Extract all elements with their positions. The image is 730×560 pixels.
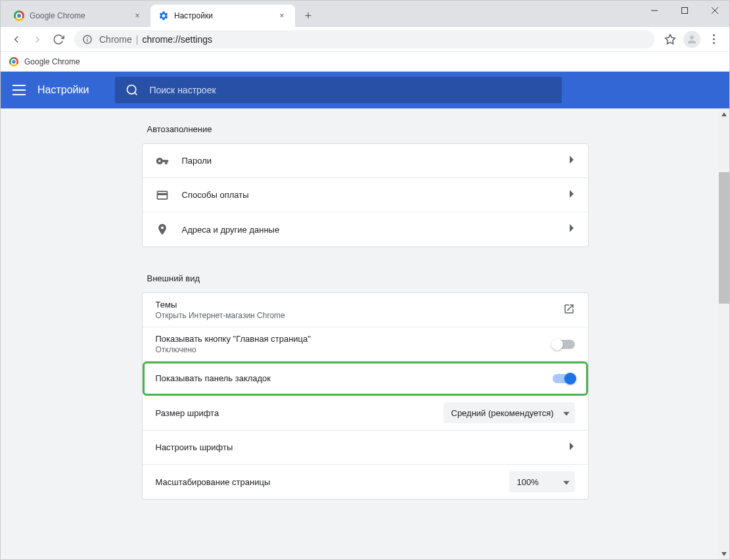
- forward-button[interactable]: [27, 29, 48, 50]
- section-title-autofill: Автозаполнение: [147, 124, 589, 134]
- settings-favicon-icon: [158, 11, 169, 21]
- font-size-row: Размер шрифта Средний (рекомендуется): [143, 396, 588, 431]
- url-text: chrome://settings: [142, 34, 212, 45]
- hamburger-menu-button[interactable]: [1, 72, 37, 108]
- dropdown-value: 100%: [517, 477, 539, 487]
- chrome-info-icon: [82, 34, 93, 45]
- url-scheme-label: Chrome: [99, 34, 132, 45]
- bookmark-google-chrome[interactable]: Google Chrome: [9, 57, 80, 67]
- chevron-right-icon: [568, 189, 575, 201]
- search-icon: [125, 83, 139, 97]
- row-label: Способы оплаты: [182, 190, 568, 200]
- tab-strip: Google Chrome × Настройки × +: [1, 1, 729, 27]
- tab-title: Настройки: [174, 11, 277, 20]
- font-size-dropdown[interactable]: Средний (рекомендуется): [444, 402, 575, 423]
- reload-button[interactable]: [48, 29, 69, 50]
- dropdown-value: Средний (рекомендуется): [451, 408, 554, 418]
- tab-google-chrome[interactable]: Google Chrome ×: [6, 5, 150, 27]
- tab-close-button[interactable]: ×: [277, 11, 287, 21]
- scroll-thumb[interactable]: [719, 172, 729, 304]
- kebab-menu-button[interactable]: [703, 29, 724, 50]
- settings-header: Настройки: [1, 72, 729, 108]
- external-link-icon: [563, 303, 575, 317]
- tab-close-button[interactable]: ×: [132, 11, 143, 21]
- chevron-right-icon: [568, 155, 575, 167]
- themes-row[interactable]: Темы Открыть Интернет-магазин Chrome: [143, 293, 588, 327]
- location-icon: [156, 223, 169, 236]
- chevron-down-icon: [563, 477, 570, 487]
- row-label: Темы: [156, 300, 563, 310]
- bookmark-star-button[interactable]: [660, 29, 681, 50]
- scroll-down-button[interactable]: [719, 548, 729, 559]
- address-bar[interactable]: Chrome | chrome://settings: [74, 30, 654, 49]
- svg-marker-4: [666, 34, 675, 43]
- page-zoom-dropdown[interactable]: 100%: [509, 471, 575, 492]
- chevron-right-icon: [568, 223, 575, 235]
- row-label: Адреса и другие данные: [182, 225, 568, 235]
- bookmarks-bar-row[interactable]: Показывать панель закладок: [143, 362, 588, 396]
- row-sublabel: Отключено: [156, 345, 553, 354]
- payments-row[interactable]: Способы оплаты: [143, 178, 588, 212]
- svg-rect-1: [682, 8, 688, 14]
- home-button-toggle[interactable]: [553, 340, 575, 349]
- svg-point-8: [127, 85, 136, 94]
- window-close-button[interactable]: [700, 0, 730, 21]
- window-maximize-button[interactable]: [670, 0, 700, 21]
- tab-settings[interactable]: Настройки ×: [150, 5, 295, 27]
- section-title-appearance: Внешний вид: [147, 273, 589, 283]
- credit-card-icon: [156, 189, 169, 202]
- row-label: Размер шрифта: [156, 408, 444, 418]
- row-label: Настроить шрифты: [156, 442, 568, 452]
- chrome-favicon-icon: [14, 11, 24, 21]
- passwords-row[interactable]: Пароли: [143, 144, 588, 178]
- chevron-down-icon: [563, 408, 570, 418]
- home-button-row[interactable]: Показывать кнопку "Главная страница" Отк…: [143, 327, 588, 362]
- scroll-track[interactable]: [719, 120, 729, 548]
- browser-toolbar: Chrome | chrome://settings: [1, 27, 729, 52]
- bookmark-label: Google Chrome: [24, 57, 80, 66]
- customize-fonts-row[interactable]: Настроить шрифты: [143, 431, 588, 465]
- svg-line-9: [135, 93, 137, 95]
- back-button[interactable]: [6, 29, 27, 50]
- scroll-up-button[interactable]: [719, 108, 729, 120]
- bookmarks-bar: Google Chrome: [1, 52, 729, 72]
- scrollbar[interactable]: [719, 108, 729, 559]
- row-sublabel: Открыть Интернет-магазин Chrome: [156, 311, 563, 320]
- autofill-card: Пароли Способы оплаты Адреса и другие да…: [142, 143, 589, 247]
- profile-avatar-button[interactable]: [683, 31, 700, 48]
- row-label: Показывать кнопку "Главная страница": [156, 334, 553, 344]
- settings-page-title: Настройки: [37, 84, 89, 96]
- addresses-row[interactable]: Адреса и другие данные: [143, 212, 588, 246]
- row-label: Масштабирование страницы: [156, 477, 509, 487]
- bookmarks-bar-toggle[interactable]: [553, 374, 575, 383]
- key-icon: [156, 154, 169, 168]
- row-label: Показывать панель закладок: [156, 373, 553, 383]
- new-tab-button[interactable]: +: [299, 7, 317, 25]
- row-label: Пароли: [182, 156, 568, 166]
- settings-search-container[interactable]: [115, 77, 562, 103]
- tab-title: Google Chrome: [30, 11, 132, 20]
- page-zoom-row: Масштабирование страницы 100%: [143, 465, 588, 499]
- window-minimize-button[interactable]: [639, 0, 670, 21]
- chrome-favicon-icon: [9, 57, 18, 66]
- chevron-right-icon: [568, 442, 575, 454]
- appearance-card: Темы Открыть Интернет-магазин Chrome Пок…: [142, 292, 589, 500]
- settings-body: Автозаполнение Пароли Способы оплаты: [1, 108, 729, 559]
- settings-search-input[interactable]: [149, 85, 551, 95]
